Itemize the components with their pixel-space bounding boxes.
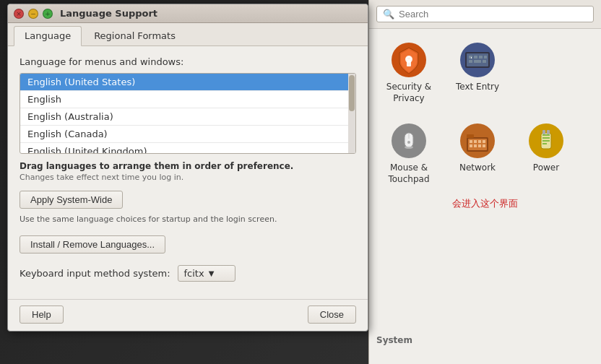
lang-item-english-us[interactable]: English (United States) [20, 74, 348, 91]
svg-rect-25 [478, 140, 481, 143]
settings-item-security-privacy[interactable]: Security &Privacy [376, 36, 441, 110]
svg-point-19 [405, 146, 413, 149]
text-entry-label: Text Entry [456, 82, 499, 93]
install-remove-languages-button[interactable]: Install / Remove Languages... [20, 235, 165, 254]
svg-rect-11 [474, 60, 481, 63]
drag-sub-text: Changes take effect next time you log in… [20, 173, 356, 182]
svg-rect-36 [542, 134, 550, 136]
dialog-close-button[interactable]: Close [308, 306, 356, 324]
dropdown-arrow-icon: ▼ [209, 269, 215, 277]
settings-panel: 🔍 Security &Privacy [368, 0, 601, 364]
security-privacy-icon [391, 42, 427, 78]
tab-regional-formats[interactable]: Regional Formats [83, 26, 186, 46]
mouse-touchpad-icon [391, 123, 427, 159]
svg-rect-7 [469, 56, 472, 58]
svg-rect-37 [542, 137, 550, 139]
svg-point-18 [407, 141, 410, 144]
keyboard-method-value: fcitx [184, 268, 204, 279]
system-section-label: System [376, 334, 412, 345]
svg-rect-30 [483, 144, 485, 147]
svg-rect-26 [483, 140, 485, 143]
chinese-text: 会进入这个界面 [452, 192, 518, 209]
language-section-label: Language for menus and windows: [20, 56, 356, 67]
search-field-wrapper[interactable]: 🔍 [376, 6, 594, 22]
close-button[interactable]: × [14, 9, 24, 19]
search-input[interactable] [399, 9, 587, 20]
svg-rect-14 [471, 57, 472, 58]
scrollbar-thumb[interactable] [349, 75, 355, 111]
svg-rect-23 [470, 140, 472, 143]
scrollbar-track [348, 74, 355, 153]
search-bar-container: 🔍 [369, 0, 601, 29]
dialog-tabs: Language Regional Formats [8, 23, 368, 46]
svg-rect-9 [479, 56, 483, 58]
keyboard-row: Keyboard input method system: fcitx ▼ [20, 265, 356, 282]
same-choices-text: Use the same language choices for startu… [20, 214, 356, 224]
settings-item-network[interactable]: Network [445, 117, 510, 191]
chinese-annotation: 会进入这个界面 [376, 194, 594, 213]
svg-rect-2 [407, 61, 411, 66]
tab-language[interactable]: Language [14, 26, 82, 46]
svg-rect-13 [484, 56, 487, 58]
minimize-button[interactable]: − [28, 9, 38, 19]
minimize-icon: − [30, 10, 36, 17]
maximize-button[interactable]: + [43, 9, 53, 19]
network-icon [459, 123, 496, 159]
help-button[interactable]: Help [20, 306, 64, 324]
svg-rect-38 [542, 140, 550, 142]
lang-item-english-ca[interactable]: English (Canada) [20, 126, 348, 143]
close-icon: × [16, 10, 22, 17]
settings-item-text-entry[interactable]: Text Entry [445, 36, 510, 110]
svg-rect-35 [547, 130, 550, 134]
svg-rect-34 [542, 130, 545, 134]
power-icon [528, 123, 564, 159]
mouse-touchpad-label: Mouse &Touchpad [388, 162, 429, 185]
settings-icons-grid: Security &Privacy Text Entry [369, 29, 601, 220]
dialog-content: Language for menus and windows: English … [8, 46, 368, 299]
text-entry-icon [459, 42, 496, 78]
lang-item-english-au[interactable]: English (Australia) [20, 108, 348, 126]
language-list[interactable]: English (United States) English English … [20, 74, 348, 153]
maximize-icon: + [45, 10, 51, 17]
security-privacy-label: Security &Privacy [386, 82, 431, 104]
svg-rect-10 [469, 60, 472, 63]
settings-item-mouse-touchpad[interactable]: Mouse &Touchpad [376, 117, 441, 191]
network-label: Network [459, 162, 496, 174]
svg-rect-27 [470, 144, 472, 147]
svg-rect-28 [474, 144, 477, 147]
language-support-dialog: × − + Language Support Language Regional… [7, 4, 368, 332]
dialog-title: Language Support [60, 8, 157, 19]
lang-item-english[interactable]: English [20, 91, 348, 108]
svg-rect-12 [483, 60, 486, 63]
dialog-footer: Help Close [8, 299, 368, 331]
settings-item-power[interactable]: Power [514, 117, 579, 191]
apply-system-wide-button[interactable]: Apply System-Wide [20, 191, 123, 209]
svg-rect-8 [474, 56, 477, 58]
svg-rect-29 [478, 144, 481, 147]
lang-item-english-uk[interactable]: English (United Kingdom) [20, 143, 348, 153]
search-icon: 🔍 [383, 9, 394, 20]
drag-hint-text: Drag languages to arrange them in order … [20, 161, 356, 171]
power-label: Power [533, 162, 559, 174]
svg-rect-31 [467, 134, 474, 138]
dialog-titlebar: × − + Language Support [8, 4, 368, 23]
keyboard-method-select[interactable]: fcitx ▼ [178, 265, 235, 282]
keyboard-label: Keyboard input method system: [20, 268, 170, 279]
svg-rect-39 [542, 143, 547, 144]
language-list-wrapper: English (United States) English English … [20, 73, 356, 154]
svg-rect-24 [474, 140, 477, 143]
